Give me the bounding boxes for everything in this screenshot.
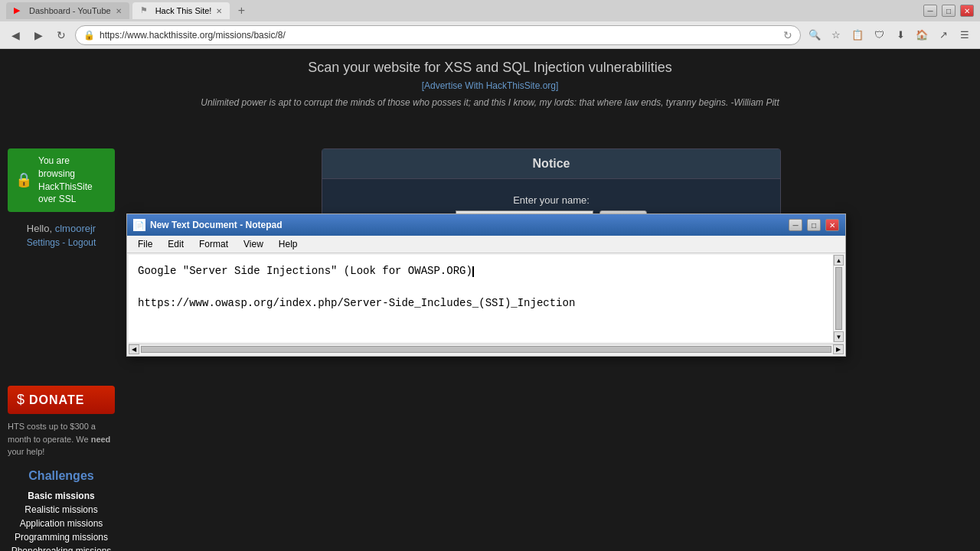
- advertise-link[interactable]: [Advertise With HackThisSite.org]: [0, 80, 980, 91]
- settings-logout: Settings - Logout: [8, 237, 115, 248]
- settings-link[interactable]: Settings: [27, 237, 60, 248]
- dollar-icon: $: [17, 392, 24, 408]
- notepad-line2: https://www.owasp.org/index.php/Server-S…: [138, 295, 835, 311]
- notepad-menu: File Edit Format View Help: [127, 236, 845, 253]
- forward-button[interactable]: ▶: [29, 26, 47, 44]
- scroll-thumb[interactable]: [835, 267, 842, 330]
- donate-need: need: [91, 435, 111, 444]
- share-icon[interactable]: ↗: [934, 26, 952, 44]
- mission-phreaking[interactable]: Phonehreaking missions: [8, 544, 115, 551]
- youtube-icon: ▶: [14, 5, 24, 16]
- tab-hts-label: Hack This Site!: [155, 6, 212, 15]
- notepad-scrollbar-horizontal[interactable]: ◀ ▶: [129, 344, 844, 354]
- top-banner: Scan your website for XSS and SQL Inject…: [0, 49, 980, 112]
- nav-bar: ◀ ▶ ↻ 🔒 https://www.hackthissite.org/mis…: [0, 21, 980, 49]
- notepad-minimize[interactable]: ─: [789, 219, 802, 231]
- notepad-file-icon: 📄: [133, 219, 145, 231]
- text-cursor: [472, 266, 474, 277]
- challenges-heading: Challenges: [8, 469, 115, 483]
- tab-youtube-label: Dashboard - YouTube: [29, 6, 111, 15]
- tab-hackthissite[interactable]: ⚑ Hack This Site! ✕: [132, 2, 230, 19]
- scroll-h-thumb[interactable]: [141, 346, 831, 353]
- logout-link[interactable]: Logout: [68, 237, 96, 248]
- sidebar: 🔒 You are browsing HackThisSite over SSL…: [0, 141, 122, 551]
- menu-format[interactable]: Format: [193, 237, 234, 251]
- refresh-icon[interactable]: ↻: [783, 29, 792, 41]
- notepad-title: New Text Document - Notepad: [150, 220, 784, 230]
- mission-basic[interactable]: Basic missions: [8, 489, 115, 503]
- notepad-blank-line: [138, 279, 835, 295]
- bookmark-icon[interactable]: ☆: [827, 26, 845, 44]
- scroll-down-arrow[interactable]: ▼: [834, 331, 844, 342]
- notepad-line1: Google "Server Side Injections" (Look fo…: [138, 262, 835, 279]
- browser-minimize[interactable]: ─: [923, 5, 937, 17]
- shield-icon[interactable]: 🛡: [870, 26, 888, 44]
- title-bar: ▶ Dashboard - YouTube ✕ ⚑ Hack This Site…: [0, 0, 980, 21]
- menu-icon[interactable]: ☰: [956, 26, 974, 44]
- nav-icons: 🔍 ☆ 📋 🛡 ⬇ 🏠 ↗ ☰: [805, 26, 974, 44]
- scroll-right-arrow[interactable]: ▶: [833, 344, 844, 354]
- ssl-lock-icon: 🔒: [83, 30, 95, 41]
- reload-button[interactable]: ↻: [52, 26, 70, 44]
- menu-view[interactable]: View: [237, 237, 270, 251]
- tab-hts-close[interactable]: ✕: [216, 7, 222, 15]
- hello-label: Hello,: [27, 223, 52, 234]
- menu-edit[interactable]: Edit: [162, 237, 190, 251]
- home-icon[interactable]: 🏠: [913, 26, 931, 44]
- notepad-scrollbar-vertical[interactable]: ▲ ▼: [833, 255, 844, 342]
- notepad-title-bar[interactable]: 📄 New Text Document - Notepad ─ □ ✕: [127, 214, 845, 236]
- mission-realistic[interactable]: Realistic missions: [8, 503, 115, 517]
- back-button[interactable]: ◀: [6, 26, 24, 44]
- browser-close[interactable]: ✕: [960, 5, 974, 17]
- donate-button[interactable]: $ DONATE: [8, 386, 115, 414]
- page-content: Scan your website for XSS and SQL Inject…: [0, 49, 980, 551]
- quote-text: Unlimited power is apt to corrupt the mi…: [0, 97, 980, 108]
- tab-youtube-close[interactable]: ✕: [116, 7, 122, 15]
- notepad-body[interactable]: Google "Server Side Injections" (Look fo…: [130, 256, 842, 341]
- menu-help[interactable]: Help: [273, 237, 304, 251]
- ssl-line1: You are browsing: [38, 155, 107, 181]
- hts-icon: ⚑: [140, 5, 151, 16]
- tab-youtube[interactable]: ▶ Dashboard - YouTube ✕: [6, 2, 129, 19]
- ssl-lock-icon: 🔒: [15, 171, 32, 190]
- bookmark2-icon[interactable]: 📋: [848, 26, 867, 44]
- donate-desc1: HTS costs up to $300 a month to operate.…: [8, 422, 96, 444]
- donate-description: HTS costs up to $300 a month to operate.…: [8, 420, 115, 458]
- username-link[interactable]: clmoorejr: [55, 223, 96, 234]
- notepad-window: 📄 New Text Document - Notepad ─ □ ✕ File…: [126, 214, 846, 357]
- address-text: https://www.hackthissite.org/missions/ba…: [100, 30, 779, 41]
- notice-header: Notice: [322, 149, 780, 179]
- mission-application[interactable]: Application missions: [8, 517, 115, 530]
- donate-desc2: your help!: [8, 447, 44, 456]
- notepad-close[interactable]: ✕: [825, 219, 839, 231]
- banner-heading: Scan your website for XSS and SQL Inject…: [0, 60, 980, 76]
- ssl-badge: 🔒 You are browsing HackThisSite over SSL: [8, 148, 115, 212]
- search-icon[interactable]: 🔍: [805, 26, 824, 44]
- download-icon[interactable]: ⬇: [891, 26, 910, 44]
- mission-programming[interactable]: Programming missions: [8, 530, 115, 544]
- scroll-up-arrow[interactable]: ▲: [834, 255, 844, 266]
- menu-file[interactable]: File: [132, 237, 158, 251]
- name-label: Enter your name:: [338, 194, 765, 206]
- browser-maximize[interactable]: □: [942, 5, 956, 17]
- address-bar[interactable]: 🔒 https://www.hackthissite.org/missions/…: [75, 25, 801, 45]
- donate-label: DONATE: [29, 393, 84, 407]
- mission-links: Basic missions Realistic missions Applic…: [8, 489, 115, 551]
- browser-chrome: ▶ Dashboard - YouTube ✕ ⚑ Hack This Site…: [0, 0, 980, 49]
- notice-title: Notice: [338, 157, 765, 171]
- scroll-left-arrow[interactable]: ◀: [129, 344, 139, 354]
- new-tab-button[interactable]: +: [233, 2, 250, 19]
- notepad-maximize[interactable]: □: [807, 219, 821, 231]
- ssl-line2: HackThisSite over SSL: [38, 181, 107, 207]
- hello-text: Hello, clmoorejr: [8, 223, 115, 234]
